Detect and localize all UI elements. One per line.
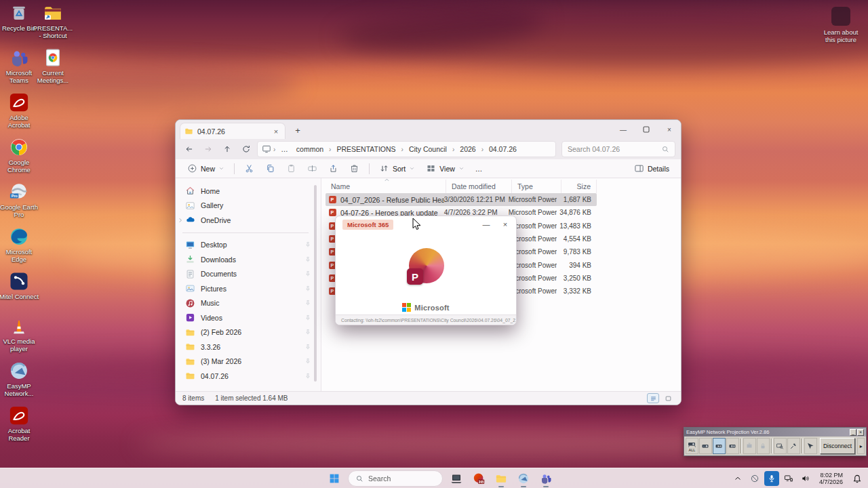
network-icon[interactable] — [781, 471, 796, 486]
back-icon[interactable] — [181, 141, 197, 157]
details-view-toggle[interactable] — [647, 393, 659, 403]
dialog-minimize-button[interactable]: — — [481, 219, 492, 230]
easymp-button-tools[interactable] — [787, 438, 800, 454]
new-label: New — [201, 165, 215, 173]
easymp-button-pointer-cam[interactable] — [804, 438, 817, 454]
maximize-button[interactable] — [635, 120, 658, 139]
breadcrumb-overflow[interactable]: … — [277, 144, 292, 155]
hidden-icons-chevron[interactable] — [730, 471, 745, 486]
easymp-close-icon[interactable]: × — [857, 429, 864, 436]
sidebar-item-gallery[interactable]: Gallery — [176, 199, 315, 214]
disabled-status-icon[interactable] — [747, 471, 762, 486]
desktop-icon-microsoft-edge[interactable]: Microsoft Edge — [0, 226, 39, 271]
easymp-button-proj-show[interactable] — [699, 438, 712, 454]
desktop-icon-presenta-shortcut[interactable]: PRESENTA... - Shortcut — [33, 3, 73, 47]
breadcrumb-item-common[interactable]: common — [293, 144, 327, 155]
sidebar-item-documents[interactable]: Documents — [176, 267, 315, 282]
refresh-icon[interactable] — [238, 141, 254, 157]
more-options-button[interactable]: … — [471, 162, 488, 176]
sidebar-item-2-feb-2026[interactable]: (2) Feb 2026 — [176, 325, 315, 340]
desktop-icon-acrobat-reader[interactable]: Acrobat Reader — [0, 405, 39, 450]
breadcrumb-item-city-council[interactable]: City Council — [406, 144, 450, 155]
details-pane-button[interactable]: Details — [629, 161, 674, 176]
microphone-in-use-icon[interactable] — [764, 471, 779, 486]
tab-close-icon[interactable]: × — [271, 127, 281, 136]
notifications-bell-icon[interactable] — [849, 470, 865, 487]
large-icons-view-toggle[interactable] — [662, 393, 674, 403]
explorer-command-bar: New Sort View … De — [176, 159, 681, 178]
picture-info-icon — [831, 7, 850, 26]
copy-button[interactable] — [260, 161, 280, 176]
sidebar-item-3-mar-2026[interactable]: (3) Mar 2026 — [176, 354, 315, 369]
desktop-icon-mitel-connect[interactable]: Mitel Connect — [0, 271, 39, 316]
easymp-titlebar[interactable]: EasyMP Network Projection Ver.2.86 _ × — [684, 428, 866, 436]
column-header-name[interactable]: Name — [326, 180, 446, 193]
easymp-button-proj-play[interactable] — [713, 438, 726, 454]
desktop-icon-google-earth-pro[interactable]: ProGoogle Earth Pro — [0, 182, 39, 226]
breadcrumb[interactable]: › … common › PRESENTATIONS › City Counci… — [257, 141, 556, 157]
easymp-button-screen[interactable] — [743, 438, 756, 454]
pin-icon — [304, 270, 311, 277]
breadcrumb-item-2026[interactable]: 2026 — [456, 144, 479, 155]
learn-about-label: Learn about this picture — [819, 28, 863, 43]
minimize-button[interactable]: — — [612, 120, 635, 139]
start-button[interactable] — [326, 470, 343, 487]
sidebar-scrollbar[interactable] — [314, 185, 317, 382]
easymp-button-proj-all[interactable]: ALL — [686, 438, 698, 454]
speaker-icon[interactable] — [798, 471, 813, 486]
column-header-date-modified[interactable]: Date modified — [446, 180, 512, 193]
desktop-icon-easymp-network[interactable]: EasyMP Network... — [0, 361, 39, 405]
explorer-titlebar[interactable]: 04.07.26 × + — × — [176, 120, 681, 139]
close-button[interactable]: × — [658, 120, 681, 139]
taskbar-app-m365[interactable]: 365 — [470, 470, 488, 487]
column-header-size[interactable]: Size — [561, 180, 597, 193]
share-button[interactable] — [323, 161, 343, 176]
easymp-button-lock[interactable] — [757, 438, 770, 454]
breadcrumb-item-040726[interactable]: 04.07.26 — [486, 144, 520, 155]
delete-button[interactable] — [344, 161, 364, 176]
sidebar-item-videos[interactable]: Videos — [176, 310, 315, 325]
file-row-04-07-2026-refuse-public-hearing[interactable]: P04_07_2026 - Refuse Public Hearing3/30/… — [326, 193, 597, 206]
sort-button[interactable]: Sort — [374, 161, 420, 176]
taskbar-search[interactable]: Search — [348, 470, 443, 487]
taskbar-app-teams[interactable] — [537, 470, 555, 487]
sidebar-item-downloads[interactable]: Downloads — [176, 252, 315, 267]
sidebar-item-pictures[interactable]: Pictures — [176, 281, 315, 296]
new-button[interactable]: New — [182, 161, 229, 176]
paste-button[interactable] — [281, 161, 301, 176]
pin-icon — [304, 358, 311, 365]
disconnect-button[interactable]: Disconnect — [820, 438, 856, 454]
desktop-icon-current-meetings[interactable]: Current Meetings... — [33, 47, 73, 92]
sidebar-item-desktop[interactable]: Desktop — [176, 238, 315, 253]
rename-button[interactable] — [302, 161, 322, 176]
learn-about-this-picture[interactable]: Learn about this picture — [819, 7, 863, 43]
new-tab-button[interactable]: + — [292, 125, 303, 136]
sidebar-item-04-07-26[interactable]: 04.07.26 — [176, 369, 315, 384]
easymp-expand-arrow[interactable]: ▸ — [857, 438, 864, 454]
taskbar-app-easymp[interactable] — [515, 470, 532, 487]
easymp-button-proj-pause[interactable] — [726, 438, 739, 454]
cut-button[interactable] — [239, 161, 259, 176]
view-button[interactable]: View — [421, 161, 469, 176]
desktop-icon-label: Recycle Bin — [2, 24, 36, 32]
desktop-icon-google-chrome[interactable]: Google Chrome — [0, 137, 39, 182]
desktop-icon-adobe-acrobat[interactable]: Adobe Acrobat — [0, 92, 39, 137]
taskbar-app-laptop[interactable] — [448, 470, 465, 487]
easymp-button-preview[interactable] — [774, 438, 787, 454]
clock[interactable]: 8:02 PM 4/7/2026 — [815, 472, 847, 486]
sidebar-item-music[interactable]: Music — [176, 296, 315, 311]
up-icon[interactable] — [219, 141, 235, 157]
breadcrumb-item-presentations[interactable]: PRESENTATIONS — [333, 144, 399, 155]
dialog-close-button[interactable]: × — [500, 219, 511, 230]
taskbar-app-folder[interactable] — [492, 470, 510, 487]
easymp-minimize-icon[interactable]: _ — [850, 429, 856, 436]
search-input[interactable]: Search 04.07.26 — [561, 141, 675, 157]
explorer-tab[interactable]: 04.07.26 × — [180, 123, 285, 139]
sidebar-item-3-3-26[interactable]: 3.3.26 — [176, 340, 315, 354]
chevron-right-icon[interactable] — [177, 217, 184, 224]
forward-icon[interactable] — [200, 141, 216, 157]
column-header-type[interactable]: Type — [512, 180, 561, 193]
desktop-icon-vlc-media-player[interactable]: VLC media player — [0, 316, 39, 361]
sidebar-item-onedrive[interactable]: OneDrive — [176, 213, 315, 228]
sidebar-item-home[interactable]: Home — [176, 184, 315, 199]
